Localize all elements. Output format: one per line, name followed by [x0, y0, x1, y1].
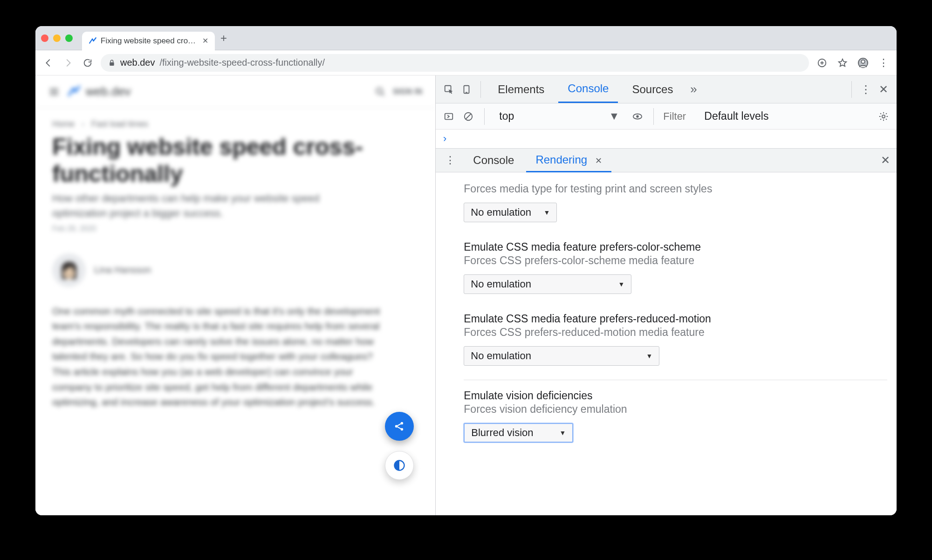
more-tabs-icon[interactable]: »	[687, 83, 700, 96]
chevron-down-icon: ▼	[618, 280, 624, 288]
drawer-menu-icon[interactable]: ⋮	[440, 154, 461, 166]
new-tab-button[interactable]: +	[219, 34, 228, 42]
site-brand[interactable]: web.dev	[67, 84, 131, 99]
select-value: No emulation	[471, 206, 531, 219]
live-expression-icon[interactable]	[631, 110, 644, 123]
svg-point-14	[637, 115, 639, 118]
devtools-close-icon[interactable]: ✕	[877, 83, 890, 96]
url-host: web.dev	[120, 57, 155, 68]
search-icon[interactable]	[375, 87, 385, 97]
page-date: Feb 28, 2020	[35, 221, 435, 237]
lock-icon	[108, 59, 116, 67]
tab-title: Fixing website speed cross-fun	[101, 36, 199, 46]
sign-in-link[interactable]: SIGN IN	[393, 88, 422, 96]
drawer-close-icon[interactable]: ✕	[879, 154, 892, 167]
tab-close-icon[interactable]: ✕	[202, 36, 208, 45]
console-settings-icon[interactable]	[877, 110, 890, 123]
chevron-down-icon: ▼	[646, 352, 652, 360]
vision-deficiency-select[interactable]: Blurred vision ▼	[464, 423, 573, 443]
profile-avatar-icon[interactable]	[857, 56, 870, 69]
media-type-desc: Forces media type for testing print and …	[464, 183, 887, 195]
crumb-section[interactable]: Fast load times	[91, 119, 148, 129]
tab-sources[interactable]: Sources	[623, 76, 682, 102]
crumb-home[interactable]: Home	[52, 119, 75, 129]
svg-point-3	[861, 60, 864, 63]
article-body: One common myth connected to site speed …	[35, 304, 408, 410]
log-levels-selector[interactable]: Default levels	[704, 110, 768, 123]
page-title: Fixing website speed cross-functionally	[35, 129, 399, 191]
url-toolbar: web.dev/fixing-website-speed-cross-funct…	[35, 50, 897, 75]
devtools-menu-icon[interactable]: ⋮	[859, 83, 872, 96]
browser-tab[interactable]: Fixing website speed cross-fun ✕	[82, 32, 215, 50]
svg-point-15	[882, 115, 885, 117]
select-value: No emulation	[471, 350, 531, 362]
back-button[interactable]	[42, 56, 55, 69]
tab-console[interactable]: Console	[558, 75, 618, 103]
brand-label: web.dev	[86, 84, 131, 99]
url-bar[interactable]: web.dev/fixing-website-speed-cross-funct…	[101, 54, 809, 72]
chevron-down-icon: ▼	[559, 429, 566, 437]
window-maximize-button[interactable]	[65, 34, 73, 42]
tab-elements[interactable]: Elements	[488, 76, 554, 102]
drawer-tabbar: ⋮ Console Rendering ✕ ✕	[436, 148, 897, 172]
url-path: /fixing-website-speed-cross-functionally…	[160, 57, 325, 68]
context-selector[interactable]: top ▼	[494, 108, 624, 125]
dropdown-triangle-icon: ▼	[609, 110, 620, 123]
clear-console-icon[interactable]	[462, 110, 475, 123]
console-filter-input[interactable]	[663, 108, 698, 125]
window-close-button[interactable]	[41, 34, 48, 42]
color-scheme-label: Emulate CSS media feature prefers-color-…	[464, 241, 887, 253]
console-prompt-icon: ›	[443, 132, 447, 145]
select-value: No emulation	[471, 278, 531, 290]
console-sidebar-toggle-icon[interactable]	[442, 110, 455, 123]
reload-button[interactable]	[81, 56, 94, 69]
drawer-tab-close-icon[interactable]: ✕	[595, 156, 602, 165]
color-scheme-select[interactable]: No emulation ▼	[464, 274, 631, 294]
devtools-panel: Elements Console Sources » ⋮ ✕	[436, 75, 897, 515]
media-type-select[interactable]: No emulation ▼	[464, 203, 557, 222]
inspect-element-icon[interactable]	[442, 83, 455, 96]
page-subtitle: How other departments can help make your…	[35, 191, 390, 221]
drawer-tab-label: Rendering	[535, 153, 587, 166]
console-output: ›	[436, 130, 897, 148]
vision-desc: Forces vision deficiency emulation	[464, 403, 887, 416]
breadcrumb: Home › Fast load times	[35, 108, 435, 129]
hamburger-icon[interactable]	[48, 86, 60, 97]
share-fab[interactable]	[385, 412, 414, 441]
forward-button[interactable]	[62, 56, 75, 69]
browser-menu-icon[interactable]: ⋮	[877, 56, 890, 69]
reduced-motion-select[interactable]: No emulation ▼	[464, 346, 659, 366]
favicon-icon	[89, 37, 97, 45]
webpage-viewport: web.dev SIGN IN Home › Fast load times F…	[35, 75, 436, 515]
drawer-tab-rendering[interactable]: Rendering ✕	[526, 149, 611, 172]
context-value: top	[499, 110, 514, 123]
bookmark-star-icon[interactable]	[836, 56, 849, 69]
reduced-motion-desc: Forces CSS prefers-reduced-motion media …	[464, 326, 887, 339]
svg-rect-0	[110, 62, 114, 65]
install-app-icon[interactable]	[816, 56, 829, 69]
reduced-motion-label: Emulate CSS media feature prefers-reduce…	[464, 313, 887, 325]
theme-fab[interactable]	[385, 451, 414, 480]
drawer-tab-console[interactable]: Console	[464, 149, 523, 171]
device-toolbar-icon[interactable]	[460, 83, 473, 96]
author-avatar: 👩🏻	[52, 253, 86, 287]
rendering-panel[interactable]: Forces media type for testing print and …	[436, 172, 897, 515]
console-toolbar: top ▼ Default levels	[436, 103, 897, 130]
chevron-down-icon: ▼	[543, 209, 550, 216]
vision-label: Emulate vision deficiencies	[464, 389, 887, 402]
color-scheme-desc: Forces CSS prefers-color-scheme media fe…	[464, 254, 887, 267]
chrome-window: Fixing website speed cross-fun ✕ + web.d…	[35, 26, 897, 515]
devtools-tabbar: Elements Console Sources » ⋮ ✕	[436, 75, 897, 103]
select-value: Blurred vision	[471, 427, 533, 439]
tab-strip: Fixing website speed cross-fun ✕ +	[35, 26, 897, 50]
traffic-lights	[41, 34, 77, 42]
window-minimize-button[interactable]	[53, 34, 61, 42]
svg-point-4	[377, 88, 383, 94]
author-name: Lina Hansson	[94, 265, 151, 275]
